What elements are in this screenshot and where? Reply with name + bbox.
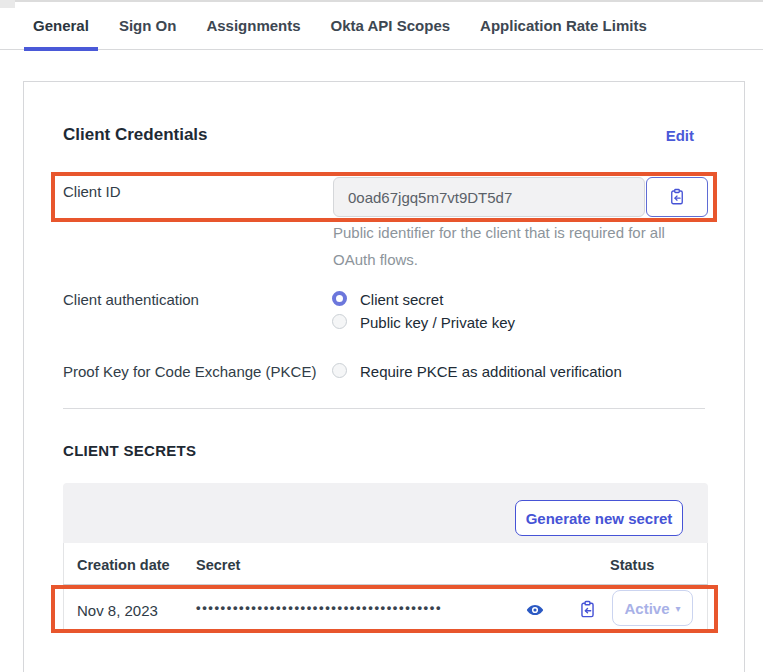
secret-status-dropdown[interactable]: Active ▾ [612,590,693,626]
column-header-secret: Secret [196,557,240,573]
section-divider [63,408,705,409]
tab-okta-api-scopes-label: Okta API Scopes [331,17,451,34]
tab-sign-on[interactable]: Sign On [110,2,186,50]
tab-assignments-label: Assignments [206,17,300,34]
active-tab-underline [24,47,98,51]
tab-application-rate-limits-label: Application Rate Limits [480,17,647,34]
tab-general-label: General [33,17,89,34]
copy-client-id-button[interactable] [646,177,708,217]
chevron-down-icon: ▾ [676,603,681,614]
secret-row-creation-date: Nov 8, 2023 [77,602,158,619]
radio-client-secret[interactable] [332,291,347,306]
generate-new-secret-button[interactable]: Generate new secret [515,500,683,536]
client-authentication-label: Client authentication [63,291,199,308]
column-header-creation-date: Creation date [77,557,170,573]
radio-public-private-key[interactable] [332,314,347,329]
reveal-secret-button[interactable] [524,599,546,621]
copy-secret-button[interactable] [576,598,598,620]
edit-button[interactable]: Edit [666,127,694,144]
secret-row-masked-value: •••••••••••••••••••••••••••••••••••••••• [196,600,442,615]
clipboard-paste-icon [578,600,597,619]
tab-application-rate-limits[interactable]: Application Rate Limits [471,2,656,50]
client-id-help-text: Public identifier for the client that is… [333,219,681,273]
radio-client-secret-label: Client secret [360,291,443,308]
tab-general[interactable]: General [24,2,98,50]
clipboard-paste-icon [668,188,686,206]
tab-okta-api-scopes[interactable]: Okta API Scopes [322,2,460,50]
client-secrets-title: CLIENT SECRETS [63,442,196,459]
column-header-status: Status [610,557,654,573]
client-id-input[interactable] [333,177,645,217]
tab-sign-on-label: Sign On [119,17,177,34]
app-tabs: General Sign On Assignments Okta API Sco… [0,2,763,50]
tab-assignments[interactable]: Assignments [197,2,309,50]
radio-public-private-key-label: Public key / Private key [360,314,515,331]
client-credentials-title: Client Credentials [63,125,208,145]
eye-icon [526,601,544,619]
pkce-label: Proof Key for Code Exchange (PKCE) [63,363,316,380]
pkce-option-label: Require PKCE as additional verification [360,363,622,380]
secret-status-label: Active [624,600,669,617]
client-id-label: Client ID [63,183,121,200]
okta-app-settings-page: General Sign On Assignments Okta API Sco… [0,0,763,672]
pkce-checkbox[interactable] [332,363,347,378]
